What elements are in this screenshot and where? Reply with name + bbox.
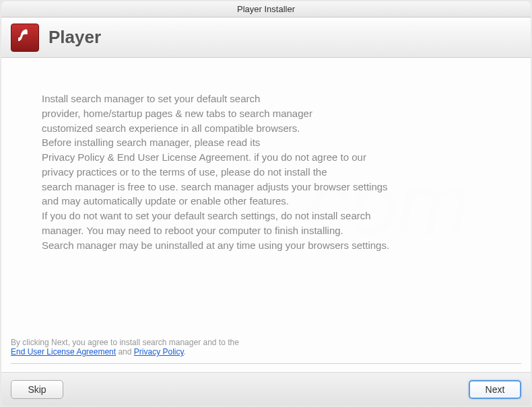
footer-note: By clicking Next, you agree to install s… (11, 338, 521, 364)
body-text: Install search manager to set your defau… (42, 91, 490, 252)
flash-player-icon (11, 24, 39, 52)
footer-suffix: . (184, 347, 186, 357)
eula-link[interactable]: End User License Agreement (11, 347, 116, 357)
footer-and: and (116, 347, 134, 357)
titlebar: Player Installer (1, 1, 531, 17)
button-bar: Skip Next (1, 372, 531, 406)
privacy-link[interactable]: Privacy Policy (134, 347, 184, 357)
content-area: Install search manager to set your defau… (1, 58, 531, 372)
header-title: Player (48, 27, 101, 48)
footer-prefix: By clicking Next, you agree to install s… (11, 338, 239, 347)
skip-button[interactable]: Skip (11, 380, 63, 399)
installer-window: Player Installer Player Install search m… (1, 1, 531, 406)
header: Player (1, 17, 531, 58)
next-button[interactable]: Next (469, 380, 521, 399)
window-title: Player Installer (237, 4, 295, 14)
